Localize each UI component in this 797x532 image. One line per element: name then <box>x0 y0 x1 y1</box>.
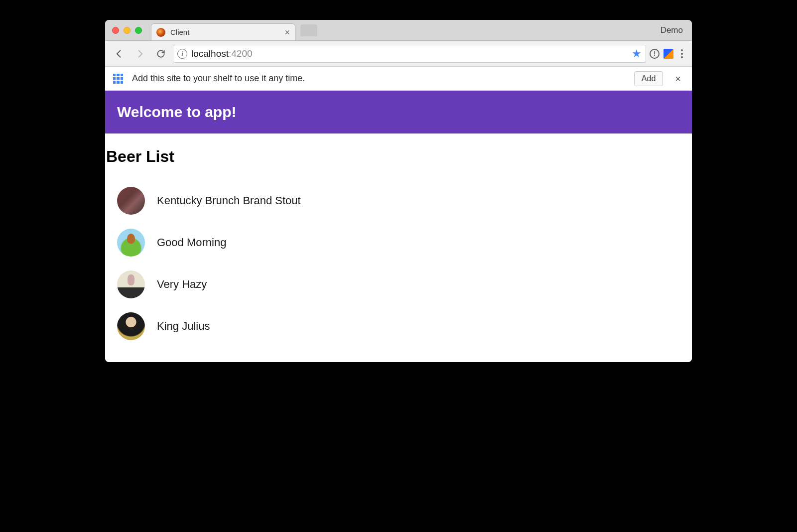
tab-close-icon[interactable]: × <box>284 28 290 37</box>
beer-name: King Julius <box>157 320 210 333</box>
forward-button[interactable] <box>131 45 149 63</box>
url-port: :4200 <box>229 48 253 59</box>
extension-alert-icon[interactable]: ! <box>649 48 660 59</box>
page-content: Welcome to app! Beer List Kentucky Brunc… <box>105 91 692 362</box>
shelf-infobar: Add this site to your shelf to use it an… <box>105 67 692 91</box>
new-tab-button[interactable] <box>300 24 317 36</box>
window-controls <box>105 27 142 34</box>
apps-grid-icon[interactable] <box>113 74 123 84</box>
minimize-window-button[interactable] <box>124 27 131 34</box>
infobar-message: Add this site to your shelf to use it an… <box>132 73 305 84</box>
bookmark-star-icon[interactable]: ★ <box>632 47 642 60</box>
url-host: localhost <box>191 48 229 59</box>
infobar-add-button[interactable]: Add <box>634 71 663 86</box>
beer-list: Kentucky Brunch Brand Stout Good Morning… <box>105 180 692 347</box>
beer-name: Good Morning <box>157 236 226 249</box>
avatar <box>117 187 145 215</box>
tab-favicon <box>156 28 165 37</box>
close-window-button[interactable] <box>112 27 119 34</box>
list-item[interactable]: King Julius <box>105 305 692 347</box>
list-heading: Beer List <box>105 142 692 180</box>
avatar <box>117 312 145 340</box>
beer-name: Very Hazy <box>157 278 207 291</box>
url-text: localhost:4200 <box>191 48 253 59</box>
maximize-window-button[interactable] <box>135 27 142 34</box>
beer-name: Kentucky Brunch Brand Stout <box>157 194 301 207</box>
browser-window: Client × Demo i localhost:4200 ★ ! <box>105 20 692 362</box>
browser-tab[interactable]: Client × <box>151 23 295 40</box>
browser-menu-button[interactable] <box>677 49 687 58</box>
list-item[interactable]: Good Morning <box>105 222 692 264</box>
back-button[interactable] <box>110 45 128 63</box>
profile-badge[interactable]: Demo <box>661 25 692 35</box>
infobar-close-icon[interactable]: × <box>672 74 684 84</box>
avatar <box>117 270 145 298</box>
tab-title: Client <box>170 28 189 36</box>
address-bar[interactable]: i localhost:4200 ★ <box>173 45 646 63</box>
site-info-icon[interactable]: i <box>177 49 187 59</box>
list-item[interactable]: Kentucky Brunch Brand Stout <box>105 180 692 222</box>
toolbar: i localhost:4200 ★ ! <box>105 41 692 67</box>
titlebar: Client × Demo <box>105 20 692 41</box>
app-header-title: Welcome to app! <box>117 104 680 121</box>
list-item[interactable]: Very Hazy <box>105 264 692 305</box>
app-header: Welcome to app! <box>105 91 692 133</box>
extension-icon[interactable] <box>663 48 674 59</box>
avatar <box>117 229 145 257</box>
tab-strip: Client × <box>151 20 317 40</box>
reload-button[interactable] <box>152 45 170 63</box>
